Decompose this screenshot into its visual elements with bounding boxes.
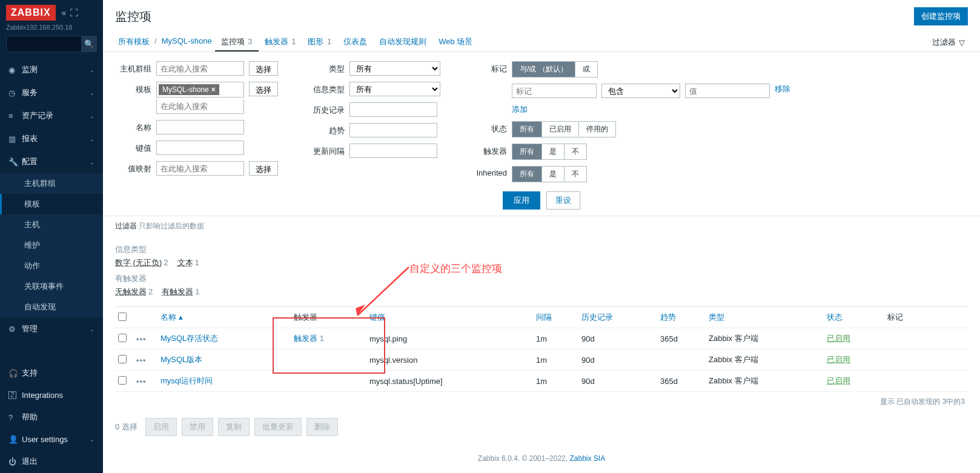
nav-integrations[interactable]: 🅉Integrations [0, 385, 103, 406]
tab-items[interactable]: 监控项 3 [215, 33, 259, 51]
item-name-link[interactable]: MySQL版本 [161, 355, 202, 364]
filter-history-input[interactable] [349, 102, 437, 117]
row-menu-icon[interactable]: ••• [136, 356, 147, 365]
table-footer-info: 显示 已自动发现的 3中的3 [103, 392, 980, 412]
breadcrumb-all-templates[interactable]: 所有模板 [115, 33, 153, 51]
row-checkbox[interactable] [118, 376, 127, 385]
nav-user-settings[interactable]: 👤User settings⌄ [0, 429, 103, 450]
nav-monitor[interactable]: ◉监测⌄ [0, 58, 103, 81]
item-name-link[interactable]: mysql运行时间 [161, 376, 213, 385]
nav-service[interactable]: ◷服务⌄ [0, 81, 103, 104]
filter-interval-input[interactable] [349, 144, 437, 158]
item-key: mysql.version [366, 354, 533, 366]
col-history[interactable]: 历史记录 [578, 311, 657, 324]
triggers-segment[interactable]: 所有是不 [512, 144, 587, 160]
item-status[interactable]: 已启用 [827, 376, 850, 385]
item-status[interactable]: 已启用 [827, 334, 850, 343]
select-hostgroup-button[interactable]: 选择 [249, 61, 278, 76]
item-history: 90d [578, 375, 657, 387]
filter-template-box[interactable]: MySQL-shone× [156, 82, 244, 98]
breadcrumb-current[interactable]: MySQL-shone [159, 33, 215, 51]
bulk-disable-button[interactable]: 禁用 [182, 418, 213, 436]
select-template-button[interactable]: 选择 [249, 82, 278, 96]
reset-button[interactable]: 重设 [546, 191, 580, 210]
nav-help[interactable]: ?帮助 [0, 406, 103, 429]
filter-icon: ▽ [959, 38, 965, 47]
tag-remove[interactable]: 移除 [775, 84, 790, 94]
tab-discovery[interactable]: 自动发现规则 [373, 33, 432, 51]
template-tag: MySQL-shone× [159, 84, 219, 95]
logo: ZABBIX [6, 5, 56, 21]
filter-name-input[interactable] [156, 120, 244, 134]
nav-logout[interactable]: ⏻退出 [0, 450, 103, 473]
subnav-templates[interactable]: 模板 [0, 194, 103, 214]
nav-inventory[interactable]: ≡资产记录⌄ [0, 104, 103, 127]
tag-add[interactable]: 添加 [512, 104, 528, 115]
bulk-massupdate-button[interactable]: 批量更新 [254, 418, 302, 436]
col-trends[interactable]: 趋势 [657, 311, 706, 324]
sf-text[interactable]: 文本 [177, 258, 193, 267]
subnav-correlation[interactable]: 关联项事件 [0, 276, 103, 297]
tab-triggers[interactable]: 触发器 1 [259, 33, 302, 51]
item-type: Zabbix 客户端 [706, 374, 824, 388]
tab-web[interactable]: Web 场景 [432, 33, 478, 51]
subnav-discovery[interactable]: 自动发现 [0, 297, 103, 317]
col-interval[interactable]: 间隔 [533, 311, 578, 324]
filter-key-input[interactable] [156, 141, 244, 155]
apply-button[interactable]: 应用 [503, 191, 540, 210]
row-checkbox[interactable] [118, 355, 127, 363]
select-valuemap-button[interactable]: 选择 [249, 161, 278, 176]
sf-has-trigger[interactable]: 有触发器 [162, 287, 193, 296]
create-item-button[interactable]: 创建监控项 [914, 7, 968, 25]
sf-no-trigger[interactable]: 无触发器 [115, 287, 147, 296]
filter-type-select[interactable]: 所有 [349, 61, 440, 76]
zabbix-sia-link[interactable]: Zabbix SIA [569, 454, 605, 463]
filter-valuemap-input[interactable] [156, 161, 244, 176]
collapse-icon[interactable]: « [62, 8, 67, 18]
remove-tag-icon[interactable]: × [211, 85, 216, 94]
col-name[interactable]: 名称 ▴ [157, 311, 291, 324]
row-checkbox[interactable] [118, 334, 127, 342]
inherited-segment[interactable]: 所有是不 [512, 166, 587, 182]
select-all-checkbox[interactable] [118, 313, 127, 321]
filter-trends-input[interactable] [349, 123, 437, 137]
sf-num-unsigned[interactable]: 数字 (无正负) [115, 258, 162, 267]
filter-hostgroup-input[interactable] [156, 61, 244, 76]
item-trends: 365d [657, 375, 706, 387]
bulk-delete-button[interactable]: 删除 [306, 418, 338, 436]
search-icon[interactable]: 🔍 [81, 36, 97, 51]
item-trigger-link[interactable]: 触发器 [294, 334, 317, 343]
item-history: 90d [578, 333, 657, 345]
tab-graphs[interactable]: 图形 1 [302, 33, 337, 51]
col-status[interactable]: 状态 [824, 311, 884, 324]
subnav-hosts[interactable]: 主机 [0, 214, 103, 235]
tag-name-input[interactable] [512, 84, 597, 98]
filter-template-input[interactable] [156, 99, 244, 114]
bulk-enable-button[interactable]: 启用 [145, 418, 177, 436]
bulk-copy-button[interactable]: 复制 [218, 418, 250, 436]
subnav-maintenance[interactable]: 维护 [0, 235, 103, 256]
tag-eval-segment[interactable]: 与/或 （默认）或 [512, 61, 598, 78]
row-menu-icon[interactable]: ••• [136, 377, 147, 386]
state-segment[interactable]: 所有已启用停用的 [512, 121, 616, 137]
subnav-actions[interactable]: 动作 [0, 256, 103, 276]
item-status[interactable]: 已启用 [827, 355, 850, 364]
nav-config[interactable]: 🔧配置⌃ [0, 150, 103, 173]
filter-toggle[interactable]: 过滤器 ▽ [929, 33, 968, 51]
row-menu-icon[interactable]: ••• [136, 334, 147, 343]
subfilter-triggers-title: 有触发器 [115, 273, 968, 284]
col-type[interactable]: 类型 [706, 311, 824, 324]
nav-report[interactable]: ▥报表⌄ [0, 127, 103, 150]
filter-infotype-select[interactable]: 所有 [349, 82, 440, 96]
tag-value-input[interactable] [685, 84, 770, 98]
tag-op-select[interactable]: 包含 [601, 84, 680, 98]
nav-admin[interactable]: ⚙管理⌄ [0, 317, 103, 340]
nav-support[interactable]: 🎧支持 [0, 362, 103, 385]
subnav-hostgroups[interactable]: 主机群组 [0, 173, 103, 194]
col-key[interactable]: 键值 [366, 311, 533, 324]
tab-dashboards[interactable]: 仪表盘 [337, 33, 373, 51]
subfilter-hint: 过滤器 只影响过滤后的数据 [103, 216, 980, 236]
fullscreen-icon[interactable]: ⛶ [70, 8, 78, 18]
item-name-link[interactable]: MySQL存活状态 [161, 334, 218, 343]
table-row: ••• MySQL版本 mysql.version 1m 90d Zabbix … [115, 349, 968, 371]
